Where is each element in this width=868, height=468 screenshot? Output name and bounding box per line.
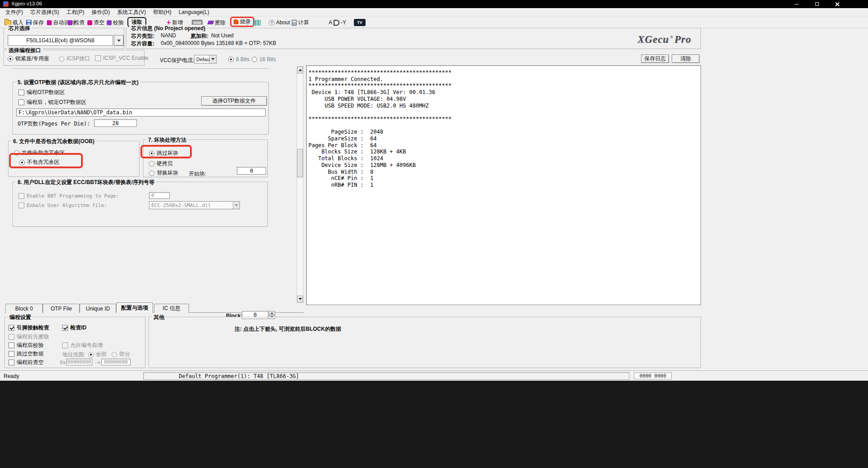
serial-increment-label: 允许编号自增 [70,342,103,349]
verify-after-checkbox[interactable]: 编程后校验 [9,342,44,349]
user-algorithm-label: Enbale User Algorithm file: [27,202,107,208]
verify-label: 校验 [113,19,124,27]
otp-pages-field[interactable]: 28 [94,119,137,127]
bits16-label: 16 Bits [259,56,276,63]
icsp-radio[interactable]: ICSP接口 [59,55,90,63]
clear-log-button[interactable]: 清除 [672,54,700,63]
verify-button[interactable]: 校验 [107,18,124,27]
otp-pages-value: 28 [112,120,118,126]
open-folder-icon [5,20,11,25]
close-button[interactable] [827,0,846,8]
hard-copy-radio[interactable]: 硬拷贝 [149,160,173,167]
check-button[interactable]: 检查 [68,18,85,27]
program-otp-checkbox[interactable]: 编程OTP数据区 [18,89,65,96]
chip-type-label: 芯片类型: [131,32,154,40]
bits16-radio[interactable]: 16 Bits [252,56,276,63]
barcode-button[interactable] [253,18,261,27]
chip-select-value[interactable]: F50L1G41LB(x4) @WSON8 [8,35,113,46]
menu-project[interactable]: 工程(P) [63,8,88,17]
socket-radio[interactable]: 锁紧座/专用座 [8,55,49,63]
burn-button[interactable]: 烧录 [230,17,254,27]
blank-before-label: 编程前查空 [17,359,44,366]
logic-gate-icon [334,20,339,26]
replace-bad-block-radio[interactable]: 替换坏块 [149,169,178,177]
tab-block0[interactable]: Block 0 [5,304,43,313]
dropdown-button[interactable] [209,55,216,63]
address-part-radio[interactable]: 部分 [112,351,130,358]
interface-group: 选择编程接口 锁紧座/专用座 ICSP接口 ICSP_VCC Enable [4,50,145,66]
chip-select-dropdown-button[interactable] [114,35,124,46]
address-all-radio[interactable]: 全部 [88,351,107,358]
menu-file[interactable]: 文件(F) [2,8,27,17]
vcc-current-dropdown[interactable]: Default [194,55,217,63]
with-oob-radio[interactable]: 文件中包含冗余区 [14,149,65,157]
about-button[interactable]: ? About [269,18,290,27]
logo-brand: XGecu [637,34,669,45]
pin-check-checkbox[interactable]: 引脚接触检查 [9,324,49,332]
otp-file-path-field[interactable]: F:\Xgpro\UserData\NAND\OTP_data.bin [16,108,266,117]
menu-language[interactable]: Language(L) [175,8,213,17]
choose-otp-file-button[interactable]: 选择OTP数据文件 [201,96,267,106]
radio-icon [112,352,117,357]
pin-check-label: 引脚接触检查 [17,324,49,332]
calculator-button[interactable]: 计算 [292,18,309,27]
logic-tool-button[interactable]: A -Y [329,18,346,27]
check-id-checkbox[interactable]: 检查ID [62,324,86,332]
tab-otp-file[interactable]: OTP File [43,304,80,313]
close-icon [835,2,839,6]
programming-settings-group: 编程设置 引脚接触检查 检查ID 编程前先擦除 编程后校验 允许编号自增 [5,317,145,368]
skip-blank-checkbox[interactable]: 跳过空数据 [9,350,44,358]
gate-output-label: -Y [341,19,346,26]
menu-help[interactable]: 帮助(H) [149,8,175,17]
scrollbar-thumb[interactable] [297,149,303,177]
checkbox-icon [9,351,14,357]
bbt-programming-checkbox[interactable]: Enable BBT Programming to Page: [18,193,119,199]
left-panel-scrollbar[interactable] [297,66,303,303]
bbt-programming-label: Enable BBT Programming to Page: [27,193,119,199]
tv-button[interactable]: TV [354,18,366,27]
skip-bad-block-label: 跳过坏块 [157,149,178,157]
menu-chip-select[interactable]: 芯片选择(S) [27,8,63,17]
without-oob-radio[interactable]: 不包含冗余区 [19,158,59,166]
tab-ic-info[interactable]: IC 信息 [154,304,189,313]
chip-type-value: NAND [161,32,176,39]
user-algorithm-checkbox[interactable]: Enbale User Algorithm file: [18,202,107,208]
tab-config-options[interactable]: 配置与选项 [116,302,153,313]
maximize-button[interactable] [808,0,827,8]
block-browse-note: 注: 点击上下箭头, 可浏览前后BLOCK的数据 [235,325,341,333]
lock-otp-checkbox[interactable]: 编程后，锁定OTP数据区 [18,99,86,106]
titlebar: Xgpro v13.06 [0,0,868,8]
erase-before-checkbox[interactable]: 编程前先擦除 [9,333,49,341]
erase-button[interactable]: 擦除 [208,18,226,27]
about-label: About [276,19,290,26]
serial-increment-checkbox[interactable]: 允许编号自增 [62,342,103,349]
icsp-vcc-checkbox[interactable]: ICSP_VCC Enable [95,55,149,61]
menu-system-tools[interactable]: 系统工具(V) [113,8,149,17]
scroll-up-button[interactable] [297,67,303,73]
spinner-up-button[interactable] [269,311,275,315]
blank-check-button[interactable]: 查空 [87,18,104,27]
status-counter-value: 0000 0000 [639,373,666,379]
save-log-label: 保存日志 [644,55,666,63]
tab-unique-id[interactable]: Unique ID [80,304,116,313]
address-to-field[interactable]: 00000000 [101,359,131,365]
dropdown-button[interactable] [233,202,240,209]
menubar: 文件(F) 芯片选择(S) 工程(P) 操作(D) 系统工具(V) 帮助(H) … [0,8,868,17]
other-group-title: 其他 [152,314,166,321]
address-from-value: 00000000 [68,359,91,365]
checkbox-icon [95,55,101,61]
blank-before-checkbox[interactable]: 编程前查空 [9,359,44,366]
tab-label: 配置与选项 [121,304,148,312]
address-from-field[interactable]: 00000000 [66,359,92,365]
skip-bad-block-radio[interactable]: 跳过坏块 [149,149,178,157]
save-log-button[interactable]: 保存日志 [641,54,669,63]
otp-data-group: 5. 设置OTP数据 (该区域内容,芯片只允许编程一次) 编程OTP数据区 编程… [13,82,269,135]
start-block-field[interactable]: 0 [237,167,266,175]
minimize-button[interactable] [787,0,806,8]
bits8-radio[interactable]: 8 Bits [228,56,249,63]
bbt-page-field[interactable]: 0 [149,192,170,199]
menu-operation[interactable]: 操作(D) [88,8,113,17]
user-dll-group-title: 8. 用户DLL自定义设置 ECC/BBT坏块表/替换表/序列号等 [16,179,156,186]
scroll-down-button[interactable] [297,296,303,302]
algorithm-file-dropdown[interactable]: ECC-256Bx2-SMALL.dll [149,201,240,209]
